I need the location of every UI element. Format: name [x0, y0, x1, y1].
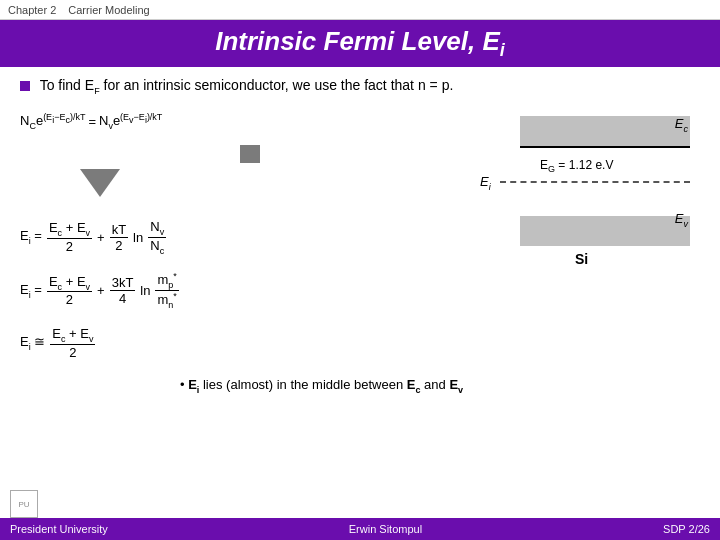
body-section: NCe(Ei−Ec)/kT = Nve(Ev−Ei)/kT Ei = Ec + …: [20, 106, 700, 366]
frac4: Ec + Ev 2: [47, 274, 92, 308]
eq1-row: NCe(Ei−Ec)/kT = Nve(Ev−Ei)/kT: [20, 112, 470, 131]
equation-2: Ei = Ec + Ev 2 + kT 2 ln Nv Nc: [20, 219, 470, 255]
ei-label: Ei: [480, 174, 491, 192]
frac3: Nv Nc: [148, 219, 166, 255]
intro-part2: for an intrinsic semiconductor, we use t…: [100, 77, 454, 93]
title-subscript: i: [500, 40, 505, 60]
bullet-section: • Ei lies (almost) in the middle between…: [180, 376, 700, 396]
footer-center: Erwin Sitompul: [349, 523, 422, 535]
eq4-row: Ei ≅ Ec + Ev 2: [20, 326, 470, 360]
intro-part1: To find E: [40, 77, 94, 93]
equation-3: Ei = Ec + Ev 2 + 3kT 4 ln mp* mn*: [20, 271, 470, 310]
frac5: 3kT 4: [110, 275, 136, 306]
logo: PU: [10, 490, 38, 518]
eq2-row: Ei = Ec + Ev 2 + kT 2 ln Nv Nc: [20, 219, 470, 255]
ec-line: [520, 146, 690, 148]
footer-left: President University: [10, 523, 108, 535]
carrier-label: Carrier Modeling: [68, 4, 149, 16]
right-col: Ec Ei Ev EG = 1.12 e.V Si: [480, 106, 700, 366]
footer: President University Erwin Sitompul SDP …: [0, 518, 720, 540]
chapter-label: Chapter 2: [8, 4, 56, 16]
eg-label: EG = 1.12 e.V: [540, 158, 613, 174]
ev-band: [520, 216, 690, 246]
frac7: Ec + Ev 2: [50, 326, 95, 360]
bullet-square: [20, 81, 30, 91]
ev-label: Ev: [675, 211, 688, 229]
equation-1: NCe(Ei−Ec)/kT = Nve(Ev−Ei)/kT: [20, 112, 470, 131]
ec-band: [520, 116, 690, 146]
main-content: To find EF for an intrinsic semiconducto…: [0, 67, 720, 406]
energy-diagram: Ec Ei Ev EG = 1.12 e.V Si: [480, 116, 690, 246]
ec-label: Ec: [675, 116, 688, 134]
equation-4: Ei ≅ Ec + Ev 2: [20, 326, 470, 360]
intro-text: To find EF for an intrinsic semiconducto…: [20, 77, 700, 96]
left-col: NCe(Ei−Ec)/kT = Nve(Ev−Ei)/kT Ei = Ec + …: [20, 106, 470, 366]
arrow-container: [60, 145, 440, 205]
arrow-body: [240, 145, 260, 163]
eq3-row: Ei = Ec + Ev 2 + 3kT 4 ln mp* mn*: [20, 271, 470, 310]
si-label: Si: [575, 251, 588, 267]
title-text: Intrinsic Fermi Level, E: [215, 26, 500, 56]
bullet-text: • Ei lies (almost) in the middle between…: [180, 376, 690, 396]
ei-dashed-line: [500, 181, 690, 183]
frac6: mp* mn*: [155, 271, 178, 310]
frac2: kT 2: [110, 222, 128, 253]
title-bar: Intrinsic Fermi Level, Ei: [0, 20, 720, 67]
frac1: Ec + Ev 2: [47, 220, 92, 254]
footer-right: SDP 2/26: [663, 523, 710, 535]
top-bar: Chapter 2 Carrier Modeling: [0, 0, 720, 20]
arrow-head: [80, 169, 120, 197]
